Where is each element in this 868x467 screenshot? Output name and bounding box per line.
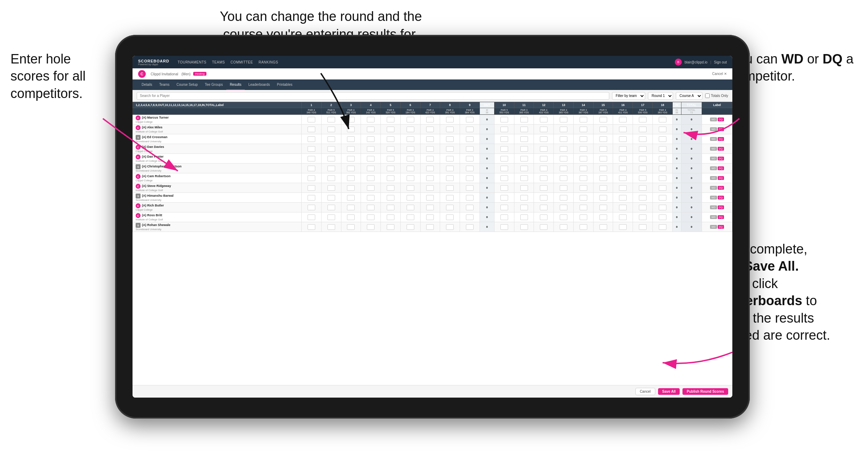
hole-2-score-input[interactable] bbox=[327, 146, 335, 152]
hole-2-score-input[interactable] bbox=[327, 205, 335, 210]
tab-tee-groups[interactable]: Tee Groups bbox=[201, 80, 226, 90]
hole-15-score-input[interactable] bbox=[599, 166, 607, 171]
hole-1-score-input[interactable] bbox=[308, 156, 315, 161]
hole-14-score-input[interactable] bbox=[580, 136, 587, 142]
hole-17-score-input[interactable] bbox=[639, 146, 647, 152]
hole-18-score-input[interactable] bbox=[659, 156, 666, 161]
dq-button[interactable]: DQ bbox=[718, 137, 724, 141]
hole-1-score-input[interactable] bbox=[308, 214, 315, 220]
hole-12-score-input[interactable] bbox=[540, 136, 548, 142]
hole-17-score-input[interactable] bbox=[639, 185, 647, 191]
hole-10-score-input[interactable] bbox=[500, 214, 508, 220]
hole-8-score-input[interactable] bbox=[446, 146, 454, 152]
hole-7-score-input[interactable] bbox=[426, 214, 434, 220]
cancel-tournament-btn[interactable]: Cancel ✕ bbox=[712, 72, 727, 76]
hole-6-score-input[interactable] bbox=[407, 117, 414, 122]
wd-button[interactable]: WD bbox=[710, 118, 717, 121]
hole-18-score-input[interactable] bbox=[659, 117, 666, 122]
hole-7-score-input[interactable] bbox=[426, 117, 434, 122]
hole-7-score-input[interactable] bbox=[426, 146, 434, 152]
hole-9-score-input[interactable] bbox=[466, 136, 474, 142]
hole-8-score-input[interactable] bbox=[446, 127, 454, 132]
hole-17-score-input[interactable] bbox=[639, 224, 647, 230]
hole-16-score-input[interactable] bbox=[619, 166, 627, 171]
hole-6-score-input[interactable] bbox=[407, 195, 414, 201]
hole-1-score-input[interactable] bbox=[308, 146, 315, 152]
dq-button[interactable]: DQ bbox=[718, 186, 724, 190]
hole-13-score-input[interactable] bbox=[560, 175, 567, 181]
hole-16-score-input[interactable] bbox=[619, 117, 627, 122]
hole-1-score-input[interactable] bbox=[308, 127, 315, 132]
hole-14-score-input[interactable] bbox=[580, 224, 587, 230]
hole-9-score-input[interactable] bbox=[466, 146, 474, 152]
hole-17-score-input[interactable] bbox=[639, 205, 647, 210]
course-select[interactable]: Course A bbox=[676, 92, 702, 100]
hole-4-score-input[interactable] bbox=[367, 214, 375, 220]
hole-11-score-input[interactable] bbox=[520, 136, 528, 142]
hole-12-score-input[interactable] bbox=[540, 175, 548, 181]
hole-10-score-input[interactable] bbox=[500, 136, 508, 142]
hole-14-score-input[interactable] bbox=[580, 205, 587, 210]
hole-16-score-input[interactable] bbox=[619, 175, 627, 181]
wd-button[interactable]: WD bbox=[710, 147, 717, 151]
hole-12-score-input[interactable] bbox=[540, 195, 548, 201]
hole-16-score-input[interactable] bbox=[619, 127, 627, 132]
hole-2-score-input[interactable] bbox=[327, 136, 335, 142]
hole-1-score-input[interactable] bbox=[308, 175, 315, 181]
hole-4-score-input[interactable] bbox=[367, 185, 375, 191]
hole-10-score-input[interactable] bbox=[500, 224, 508, 230]
hole-16-score-input[interactable] bbox=[619, 214, 627, 220]
hole-2-score-input[interactable] bbox=[327, 224, 335, 230]
hole-13-score-input[interactable] bbox=[560, 156, 567, 161]
publish-round-scores-button[interactable]: Publish Round Scores bbox=[682, 388, 728, 395]
hole-4-score-input[interactable] bbox=[367, 146, 375, 152]
hole-9-score-input[interactable] bbox=[466, 185, 474, 191]
hole-6-score-input[interactable] bbox=[407, 166, 414, 171]
hole-8-score-input[interactable] bbox=[446, 224, 454, 230]
wd-button[interactable]: WD bbox=[710, 186, 717, 190]
hole-1-score-input[interactable] bbox=[308, 166, 315, 171]
hole-14-score-input[interactable] bbox=[580, 185, 587, 191]
hole-3-score-input[interactable] bbox=[347, 205, 355, 210]
hole-18-score-input[interactable] bbox=[659, 185, 666, 191]
hole-17-score-input[interactable] bbox=[639, 117, 647, 122]
hole-9-score-input[interactable] bbox=[466, 156, 474, 161]
hole-12-score-input[interactable] bbox=[540, 224, 548, 230]
hole-7-score-input[interactable] bbox=[426, 185, 434, 191]
hole-14-score-input[interactable] bbox=[580, 214, 587, 220]
hole-13-score-input[interactable] bbox=[560, 214, 567, 220]
hole-13-score-input[interactable] bbox=[560, 195, 567, 201]
wd-button[interactable]: WD bbox=[710, 176, 717, 180]
hole-1-score-input[interactable] bbox=[308, 205, 315, 210]
hole-3-score-input[interactable] bbox=[347, 214, 355, 220]
nav-teams[interactable]: TEAMS bbox=[212, 60, 225, 64]
hole-2-score-input[interactable] bbox=[327, 195, 335, 201]
hole-5-score-input[interactable] bbox=[387, 117, 394, 122]
wd-button[interactable]: WD bbox=[710, 166, 717, 170]
hole-10-score-input[interactable] bbox=[500, 205, 508, 210]
dq-button[interactable]: DQ bbox=[718, 176, 724, 180]
hole-4-score-input[interactable] bbox=[367, 224, 375, 230]
hole-2-score-input[interactable] bbox=[327, 117, 335, 122]
hole-10-score-input[interactable] bbox=[500, 117, 508, 122]
hole-11-score-input[interactable] bbox=[520, 205, 528, 210]
hole-3-score-input[interactable] bbox=[347, 224, 355, 230]
hole-9-score-input[interactable] bbox=[466, 127, 474, 132]
hole-3-score-input[interactable] bbox=[347, 175, 355, 181]
hole-13-score-input[interactable] bbox=[560, 205, 567, 210]
hole-16-score-input[interactable] bbox=[619, 156, 627, 161]
dq-button[interactable]: DQ bbox=[718, 118, 724, 121]
hole-5-score-input[interactable] bbox=[387, 185, 394, 191]
hole-14-score-input[interactable] bbox=[580, 175, 587, 181]
hole-14-score-input[interactable] bbox=[580, 117, 587, 122]
hole-12-score-input[interactable] bbox=[540, 156, 548, 161]
tab-results[interactable]: Results bbox=[226, 80, 245, 90]
hole-16-score-input[interactable] bbox=[619, 205, 627, 210]
hole-15-score-input[interactable] bbox=[599, 146, 607, 152]
hole-9-score-input[interactable] bbox=[466, 195, 474, 201]
hole-17-score-input[interactable] bbox=[639, 195, 647, 201]
hole-17-score-input[interactable] bbox=[639, 214, 647, 220]
hole-3-score-input[interactable] bbox=[347, 127, 355, 132]
hole-15-score-input[interactable] bbox=[599, 156, 607, 161]
hole-9-score-input[interactable] bbox=[466, 117, 474, 122]
